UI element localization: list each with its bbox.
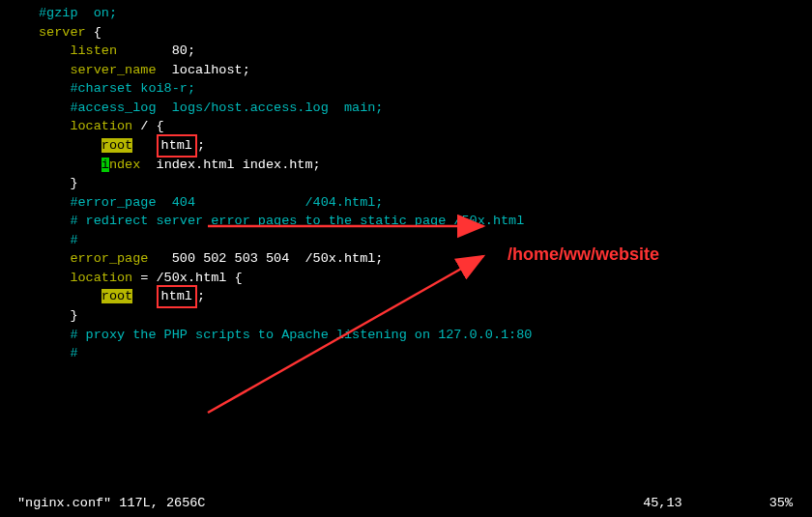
- vim-statusbar: "nginx.conf" 117L, 2656C 45,13 35%: [0, 494, 812, 513]
- comment-text: #charset koi8-r;: [70, 81, 195, 96]
- code-line: error_page 500 502 503 504 /50x.html;: [0, 249, 812, 269]
- server-name-keyword: server_name: [70, 63, 156, 77]
- comment-text: # redirect server error pages to the sta…: [70, 214, 524, 228]
- code-line: location / {: [0, 117, 812, 136]
- comment-text: # proxy the PHP scripts to Apache listen…: [70, 328, 532, 342]
- code-line: #: [0, 344, 812, 363]
- comment-text: #gzip on;: [39, 6, 117, 20]
- comment-text: #access_log logs/host.access.log main;: [70, 101, 383, 115]
- root-highlight: root: [102, 138, 132, 153]
- terminal-editor[interactable]: #gzip on; server { listen 80; server_nam…: [0, 0, 812, 363]
- code-line: # redirect server error pages to the sta…: [0, 212, 812, 231]
- code-line: root html;: [0, 136, 812, 156]
- html-box-1: html: [157, 134, 197, 158]
- code-line: # proxy the PHP scripts to Apache listen…: [0, 326, 812, 345]
- status-percent: 35%: [769, 494, 812, 513]
- code-line: server {: [0, 23, 812, 43]
- code-line: root html;: [0, 287, 812, 306]
- status-cursor-position: 45,13: [643, 494, 769, 513]
- annotation-text: /home/ww/website: [508, 242, 659, 267]
- code-line: listen 80;: [0, 42, 812, 61]
- location-keyword: location: [70, 119, 132, 133]
- code-line: #error_page 404 /404.html;: [0, 193, 812, 213]
- html-box-2: html: [157, 285, 197, 308]
- code-line: #: [0, 231, 812, 250]
- status-file-info: "nginx.conf" 117L, 2656C: [17, 494, 205, 513]
- code-line: }: [0, 306, 812, 326]
- code-line: server_name localhost;: [0, 61, 812, 80]
- code-line: #access_log logs/host.access.log main;: [0, 99, 812, 118]
- comment-text: #error_page 404 /404.html;: [70, 195, 383, 210]
- code-line: index index.html index.htm;: [0, 156, 812, 175]
- code-line: }: [0, 174, 812, 193]
- server-keyword: server: [39, 25, 86, 40]
- code-line: #charset koi8-r;: [0, 79, 812, 99]
- listen-keyword: listen: [70, 43, 117, 58]
- comment-text: #: [70, 233, 77, 247]
- code-line: #gzip on;: [0, 4, 812, 23]
- root-highlight: root: [102, 289, 132, 303]
- location-keyword: location: [70, 271, 132, 285]
- error-page-keyword: error_page: [70, 251, 148, 266]
- cursor-highlight: i: [102, 158, 109, 172]
- code-line: location = /50x.html {: [0, 269, 812, 288]
- comment-text: #: [70, 346, 77, 360]
